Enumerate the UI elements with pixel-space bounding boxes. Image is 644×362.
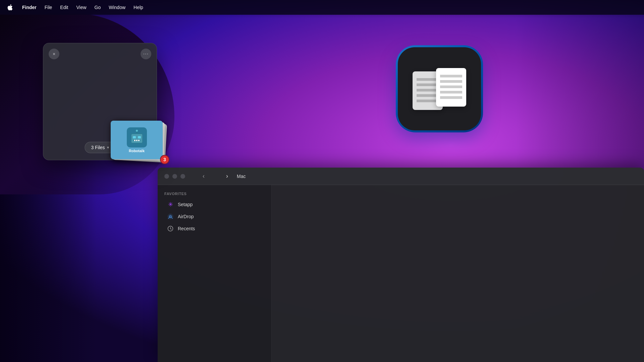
sidebar-item-airdrop[interactable]: AirDrop: [160, 210, 269, 223]
back-arrow-icon: ‹: [203, 173, 205, 180]
chevron-down-icon: ▾: [107, 145, 109, 150]
doc-paper-front: [436, 68, 466, 107]
finder-body: Favorites ✳ Setapp AirDrop: [158, 185, 644, 362]
menubar-go[interactable]: Go: [91, 3, 104, 11]
robot-face-icon: [128, 129, 145, 146]
svg-rect-9: [138, 140, 140, 141]
airdrop-icon: [167, 213, 174, 220]
menubar-edit[interactable]: Edit: [57, 3, 71, 11]
app-icon-documents: [413, 68, 466, 110]
file-count-badge: 3: [160, 155, 169, 164]
apple-logo-icon: [7, 4, 13, 10]
robot-icon: [127, 127, 147, 147]
widget-close-button[interactable]: ×: [49, 49, 59, 59]
sidebar-item-setapp[interactable]: ✳ Setapp: [160, 198, 269, 210]
more-icon: ···: [143, 51, 149, 57]
finder-location-label: Mac: [237, 174, 246, 179]
finder-forward-button[interactable]: ›: [222, 171, 232, 181]
menubar: Finder File Edit View Go Window Help: [0, 0, 644, 15]
menubar-help[interactable]: Help: [130, 3, 147, 11]
window-minimize-button[interactable]: [172, 174, 177, 179]
menubar-view[interactable]: View: [73, 3, 90, 11]
sidebar-item-setapp-label: Setapp: [178, 202, 193, 207]
finder-main-area: [272, 185, 644, 362]
forward-arrow-icon: ›: [226, 173, 228, 180]
app-icon-background: [396, 45, 483, 132]
svg-rect-5: [138, 136, 141, 138]
finder-back-button[interactable]: ‹: [199, 171, 209, 181]
sidebar-item-airdrop-label: AirDrop: [178, 214, 194, 219]
apple-menu[interactable]: [5, 3, 15, 12]
window-close-button[interactable]: [164, 174, 169, 179]
sidebar-item-recents[interactable]: Recents: [160, 223, 269, 235]
recents-icon: [167, 225, 174, 232]
menubar-finder[interactable]: Finder: [19, 3, 40, 11]
svg-rect-0: [131, 134, 143, 143]
window-maximize-button[interactable]: [180, 174, 185, 179]
documents-app-icon[interactable]: [396, 45, 483, 132]
files-count-label: 3 Files: [91, 145, 105, 150]
finder-sidebar: Favorites ✳ Setapp AirDrop: [158, 185, 272, 362]
close-icon: ×: [53, 51, 55, 57]
sidebar-item-recents-label: Recents: [178, 226, 195, 231]
svg-rect-4: [133, 136, 136, 138]
file-card-label: Robotalk: [129, 149, 145, 153]
setapp-icon: ✳: [167, 201, 174, 208]
favorites-header: Favorites: [158, 190, 271, 197]
svg-rect-7: [134, 140, 136, 141]
menubar-file[interactable]: File: [41, 3, 56, 11]
svg-rect-8: [136, 140, 138, 141]
stacked-files-preview[interactable]: Robotalk 3: [111, 121, 169, 164]
finder-titlebar: ‹ › Mac: [158, 168, 644, 185]
finder-window: ‹ › Mac Favorites ✳ Setapp: [158, 168, 644, 362]
menubar-window[interactable]: Window: [105, 3, 129, 11]
widget-more-button[interactable]: ···: [141, 49, 151, 59]
file-card-front: Robotalk: [111, 121, 163, 159]
svg-point-3: [136, 130, 138, 132]
